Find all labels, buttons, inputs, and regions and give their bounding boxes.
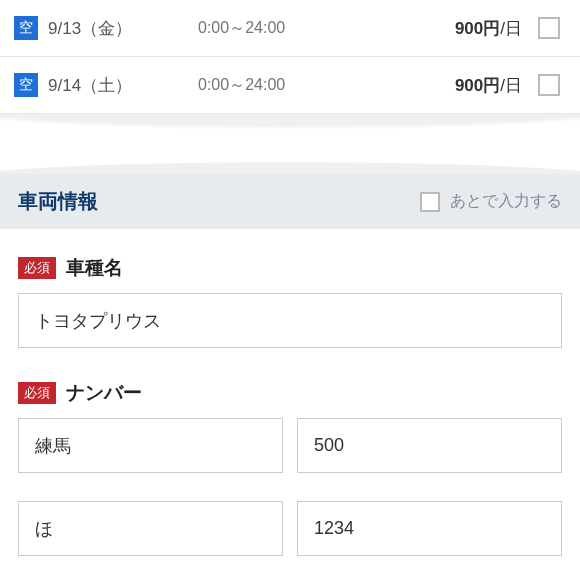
date-row: 空 9/14（土） 0:00～24:00 900円/日 xyxy=(0,57,580,114)
time-text: 0:00～24:00 xyxy=(198,18,455,39)
date-row: 空 9/13（金） 0:00～24:00 900円/日 xyxy=(0,0,580,57)
content-gap-divider xyxy=(0,114,580,174)
plate-kana-input[interactable] xyxy=(18,501,283,556)
time-text: 0:00～24:00 xyxy=(198,75,455,96)
vacant-badge: 空 xyxy=(14,73,38,97)
plate-label-row: 必須 ナンバー xyxy=(18,380,562,406)
plate-number-input[interactable] xyxy=(297,501,562,556)
price-text: 900円/日 xyxy=(455,17,522,40)
vehicle-form: 必須 車種名 必須 ナンバー xyxy=(0,229,580,570)
date-text: 9/14（土） xyxy=(48,74,198,97)
price-text: 900円/日 xyxy=(455,74,522,97)
plate-region-input[interactable] xyxy=(18,418,283,473)
plate-class-input[interactable] xyxy=(297,418,562,473)
car-model-label-row: 必須 車種名 xyxy=(18,255,562,281)
required-badge: 必須 xyxy=(18,382,56,404)
plate-grid xyxy=(18,418,562,570)
date-select-checkbox[interactable] xyxy=(538,17,560,39)
section-title: 車両情報 xyxy=(18,188,420,215)
car-model-input[interactable] xyxy=(18,293,562,348)
vacant-badge: 空 xyxy=(14,16,38,40)
input-later-checkbox[interactable] xyxy=(420,192,440,212)
vehicle-info-header: 車両情報 あとで入力する xyxy=(0,174,580,229)
plate-label: ナンバー xyxy=(66,380,142,406)
car-model-label: 車種名 xyxy=(66,255,123,281)
required-badge: 必須 xyxy=(18,257,56,279)
input-later-label: あとで入力する xyxy=(450,191,562,212)
date-text: 9/13（金） xyxy=(48,17,198,40)
date-select-checkbox[interactable] xyxy=(538,74,560,96)
